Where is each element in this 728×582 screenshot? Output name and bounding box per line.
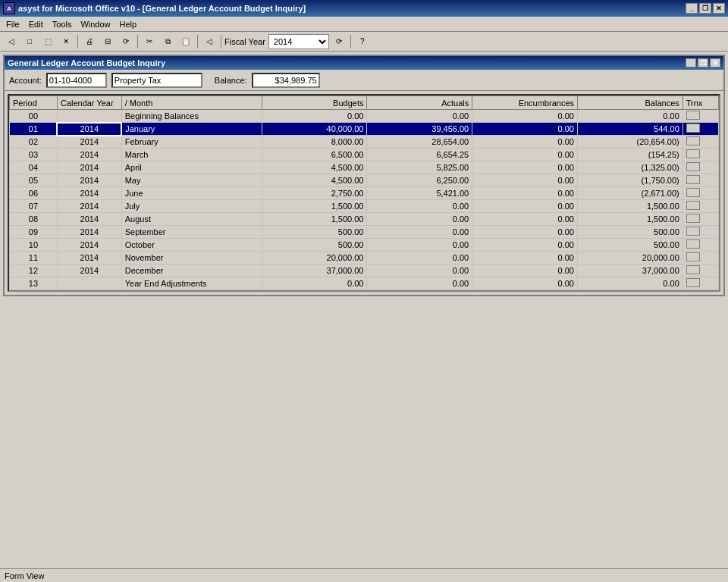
menu-file[interactable]: File [2, 18, 24, 30]
window-controls: _ ❐ ✕ [686, 58, 720, 67]
cell-budgets: 8,000.00 [262, 136, 367, 149]
table-row[interactable]: 032014March6,500.006,654.250.00(154.25) [10, 149, 719, 161]
cell-trnx[interactable] [682, 200, 718, 213]
table-row[interactable]: 052014May4,500.006,250.000.00(1,750.00) [10, 174, 719, 187]
cell-actuals: 39,456.00 [367, 123, 472, 136]
cell-trnx[interactable] [682, 149, 718, 161]
app-restore-button[interactable]: ❐ [699, 3, 711, 14]
status-bar: Form View [0, 568, 728, 582]
cell-budgets: 1,500.00 [262, 213, 367, 226]
toolbar-btn-2[interactable]: □ [21, 34, 38, 49]
col-header-balances: Balances [578, 96, 683, 110]
cell-month: June [121, 187, 262, 200]
cell-period: 02 [10, 136, 58, 149]
col-header-budgets: Budgets [262, 96, 367, 110]
status-text: Form View [5, 571, 44, 580]
separator-2 [137, 35, 138, 48]
table-row[interactable]: 112014November20,000.000.000.0020,000.00 [10, 252, 719, 264]
cell-budgets: 20,000.00 [262, 252, 367, 264]
cell-period: 13 [10, 277, 58, 290]
cell-month: December [121, 264, 262, 277]
cell-budgets: 4,500.00 [262, 161, 367, 174]
cell-trnx[interactable] [682, 264, 718, 277]
cell-trnx[interactable] [682, 110, 718, 123]
toolbar-btn-5[interactable]: ⟳ [118, 34, 134, 49]
cell-actuals: 6,654.25 [367, 149, 472, 161]
table-row[interactable]: 042014April4,500.005,825.000.00(1,325.00… [10, 161, 719, 174]
cell-trnx[interactable] [682, 136, 718, 149]
cell-encumbrances: 0.00 [472, 187, 578, 200]
menu-edit[interactable]: Edit [24, 18, 48, 30]
cell-trnx[interactable] [682, 187, 718, 200]
cell-actuals: 0.00 [367, 252, 472, 264]
cell-budgets: 6,500.00 [262, 149, 367, 161]
cell-balances: 0.00 [578, 277, 683, 290]
table-row[interactable]: 082014August1,500.000.000.001,500.00 [10, 213, 719, 226]
toolbar-help[interactable]: ? [354, 34, 371, 49]
toolbar-paste[interactable]: 📋 [177, 34, 194, 49]
table-row[interactable]: 00Beginning Balances0.000.000.000.00 [10, 110, 719, 123]
cell-balances: 20,000.00 [578, 252, 683, 264]
cell-year: 2014 [57, 187, 121, 200]
separator-5 [350, 35, 351, 48]
table-row[interactable]: 062014June2,750.005,421.000.00(2,671.00) [10, 187, 719, 200]
data-table: Period Calendar Year / Month Budgets Act… [9, 95, 719, 290]
balance-label: Balance: [215, 76, 247, 85]
table-row[interactable]: 122014December37,000.000.000.0037,000.00 [10, 264, 719, 277]
cell-year: 2014 [57, 149, 121, 161]
fiscal-year-select[interactable]: 2014 2013 2015 [268, 34, 329, 49]
menu-window[interactable]: Window [76, 18, 115, 30]
cell-month: May [121, 174, 262, 187]
window-restore-button[interactable]: ❐ [698, 58, 708, 67]
toolbar-btn-1[interactable]: ◁ [3, 34, 20, 49]
cell-balances: 1,500.00 [578, 213, 683, 226]
window-close-button[interactable]: ✕ [710, 58, 720, 67]
cell-trnx[interactable] [682, 239, 718, 252]
cell-trnx[interactable] [682, 174, 718, 187]
cell-trnx[interactable] [682, 252, 718, 264]
cell-balances: 1,500.00 [578, 200, 683, 213]
app-close-button[interactable]: ✕ [713, 3, 725, 14]
table-row[interactable]: 012014January40,000.0039,456.000.00544.0… [10, 123, 719, 136]
account-input[interactable] [46, 73, 107, 88]
toolbar-print[interactable]: 🖨 [81, 34, 98, 49]
cell-actuals: 0.00 [367, 226, 472, 239]
toolbar-btn-4[interactable]: ✕ [58, 34, 74, 49]
table-row[interactable]: 022014February8,000.0028,654.000.00(20,6… [10, 136, 719, 149]
toolbar-back[interactable]: ◁ [201, 34, 218, 49]
menu-bar: File Edit Tools Window Help [0, 17, 728, 32]
cell-year: 2014 [57, 252, 121, 264]
toolbar-cut[interactable]: ✂ [141, 34, 158, 49]
toolbar: ◁ □ ⬚ ✕ 🖨 ⊟ ⟳ ✂ ⧉ 📋 ◁ Fiscal Year 2014 2… [0, 32, 728, 52]
description-input[interactable] [111, 73, 202, 88]
cell-month: January [121, 123, 262, 136]
toolbar-refresh[interactable]: ⟳ [331, 34, 347, 49]
cell-budgets: 1,500.00 [262, 200, 367, 213]
table-row[interactable]: 072014July1,500.000.000.001,500.00 [10, 200, 719, 213]
col-header-encumbrances: Encumbrances [472, 96, 578, 110]
cell-year: 2014 [57, 200, 121, 213]
cell-actuals: 0.00 [367, 239, 472, 252]
cell-trnx[interactable] [682, 226, 718, 239]
cell-trnx[interactable] [682, 161, 718, 174]
cell-month: February [121, 136, 262, 149]
table-row[interactable]: 102014October500.000.000.00500.00 [10, 239, 719, 252]
account-label: Account: [9, 76, 42, 85]
cell-month: November [121, 252, 262, 264]
window-minimize-button[interactable]: _ [686, 58, 696, 67]
table-row[interactable]: 092014September500.000.000.00500.00 [10, 226, 719, 239]
cell-trnx[interactable] [682, 277, 718, 290]
toolbar-copy[interactable]: ⧉ [159, 34, 176, 49]
menu-tools[interactable]: Tools [48, 18, 77, 30]
cell-balances: 37,000.00 [578, 264, 683, 277]
table-row[interactable]: 13Year End Adjustments0.000.000.000.00 [10, 277, 719, 290]
toolbar-btn-3[interactable]: ⬚ [39, 34, 56, 49]
window-title: General Ledger Account Budget Inquiry [8, 58, 165, 67]
toolbar-print2[interactable]: ⊟ [99, 34, 116, 49]
cell-trnx[interactable] [682, 123, 718, 136]
menu-help[interactable]: Help [115, 18, 142, 30]
cell-trnx[interactable] [682, 213, 718, 226]
col-header-year: Calendar Year [57, 96, 121, 110]
cell-month: April [121, 161, 262, 174]
app-minimize-button[interactable]: _ [686, 3, 698, 14]
